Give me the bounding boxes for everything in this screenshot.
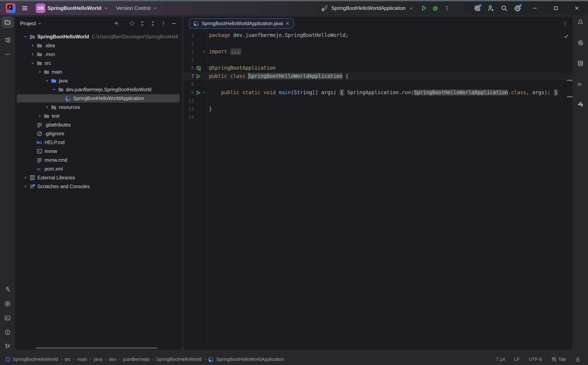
tool-problems-button[interactable] <box>2 326 14 338</box>
code-area[interactable]: 1package dev.juanfbermejo.SpringBootHell… <box>183 30 573 350</box>
tree-item-springboothelloworldapplication[interactable]: SpringBootHelloWorldApplication <box>15 94 182 103</box>
ai-assistant-icon[interactable] <box>474 5 481 12</box>
panel-options-icon[interactable] <box>160 21 166 26</box>
tree-item-mvnw[interactable]: mvnw <box>15 147 182 156</box>
run-configuration[interactable]: SpringBootHelloWorldApplication <box>331 5 406 11</box>
tool-notifications-button[interactable] <box>574 16 586 28</box>
run-line-icon[interactable] <box>196 90 201 95</box>
encoding-widget[interactable]: UTF-8 <box>529 357 542 362</box>
code-line-12[interactable]: 12 <box>183 97 573 105</box>
caret-position-widget[interactable]: 7:14 <box>496 357 505 362</box>
hide-panel-icon[interactable] <box>171 21 177 26</box>
tool-ai-assistant-button[interactable] <box>574 37 586 49</box>
window-minimize-button[interactable] <box>528 1 542 15</box>
add-user-icon[interactable] <box>487 5 494 12</box>
tool-maven-button[interactable]: m <box>574 78 586 90</box>
chevron-down-icon[interactable] <box>29 61 36 66</box>
chevron-right-icon[interactable] <box>22 184 29 189</box>
breadcrumb-item[interactable]: dev <box>109 357 116 362</box>
chevron-down-icon[interactable] <box>22 34 29 39</box>
tree-item-src[interactable]: src <box>15 59 182 68</box>
run-button[interactable] <box>421 5 427 12</box>
debug-button[interactable] <box>432 5 439 12</box>
chevron-down-icon[interactable] <box>38 21 42 26</box>
tree-item-springboothelloworld[interactable]: SpringBootHelloWorldC:\Users\jfber\Devel… <box>15 32 182 41</box>
inspections-ok-icon[interactable] <box>563 33 569 39</box>
tool-terminal-button[interactable] <box>2 312 14 324</box>
window-maximize-button[interactable] <box>549 1 563 15</box>
breadcrumb-item[interactable]: main <box>77 357 87 362</box>
window-close-button[interactable] <box>570 1 584 15</box>
vcs-widget[interactable]: Version Control <box>114 3 160 13</box>
breadcrumb-item[interactable]: SpringBootHelloWorldApplication <box>208 356 284 362</box>
project-panel-title[interactable]: Project <box>20 21 36 26</box>
breadcrumb-item[interactable]: SpringBootHelloWorld <box>156 357 202 362</box>
tree-item-scratches-and-consoles[interactable]: Scratches and Consoles <box>15 182 182 191</box>
chevron-down-icon[interactable] <box>44 78 51 83</box>
breadcrumb-item[interactable]: java <box>94 357 102 362</box>
select-opened-file-icon[interactable] <box>129 21 135 26</box>
chevron-down-icon[interactable] <box>36 70 44 74</box>
chevron-right-icon[interactable] <box>36 113 44 119</box>
unlock-icon[interactable] <box>575 357 581 362</box>
add-icon[interactable] <box>114 21 119 26</box>
tool-services-button[interactable] <box>2 298 14 310</box>
tree-item--idea[interactable]: .idea <box>15 41 182 50</box>
code-line-14[interactable]: 14 <box>183 113 573 121</box>
tree-item-pom-xml[interactable]: mpom.xml <box>15 164 182 173</box>
code-line-9[interactable]: 9 public static void main(String[] args)… <box>183 89 573 97</box>
tree-item-main[interactable]: main <box>15 68 182 76</box>
chevron-right-icon[interactable] <box>44 105 51 110</box>
tool-structure-button[interactable] <box>2 34 14 46</box>
breadcrumb-item[interactable]: juanfbermejo <box>123 357 150 362</box>
fold-chevron-icon[interactable] <box>202 49 206 54</box>
project-widget[interactable]: SB SpringBootHelloWorld <box>33 1 111 15</box>
settings-gear-icon[interactable] <box>514 5 521 12</box>
breadcrumb-item[interactable]: src <box>65 357 71 362</box>
code-line-13[interactable]: 13} <box>183 105 573 113</box>
code-line-7[interactable]: 7public class SpringBootHelloWorldApplic… <box>183 72 573 80</box>
horizontal-scrollbar[interactable] <box>36 347 158 349</box>
editor-options-icon[interactable] <box>562 21 568 26</box>
code-line-6[interactable]: 6@SpringBootApplication <box>183 64 573 72</box>
tool-dependencies-button[interactable] <box>574 98 586 110</box>
expand-all-icon[interactable] <box>139 21 145 26</box>
chevron-down-icon[interactable] <box>409 6 414 10</box>
tool-database-button[interactable] <box>574 57 586 69</box>
more-actions-icon[interactable] <box>444 6 450 11</box>
search-icon[interactable] <box>501 5 508 12</box>
run-line-icon[interactable] <box>196 74 201 79</box>
fold-chevron-icon[interactable] <box>202 91 206 95</box>
main-menu-icon[interactable] <box>22 5 28 12</box>
tree-item-help-md[interactable]: MHELP.md <box>15 138 182 147</box>
tree-item-resources[interactable]: resources <box>15 103 182 112</box>
code-line-2[interactable]: 2 <box>183 39 573 48</box>
code-line-3[interactable]: 3import ... <box>183 48 573 56</box>
tree-item-external-libraries[interactable]: External Libraries <box>15 173 182 182</box>
tool-git-button[interactable] <box>2 341 14 352</box>
tree-item--gitignore[interactable]: .gitignore <box>15 129 182 138</box>
tool-build-button[interactable] <box>2 284 14 295</box>
chevron-down-icon[interactable] <box>51 87 58 92</box>
breadcrumb-item[interactable]: SpringBootHelloWorld <box>6 357 58 362</box>
chevron-right-icon[interactable] <box>22 175 29 180</box>
tree-item--gitattributes[interactable]: .gitattributes <box>15 120 182 129</box>
tool-project-button[interactable] <box>2 16 14 28</box>
spring-bean-icon[interactable] <box>196 65 201 71</box>
tab-close-icon[interactable]: ✕ <box>285 21 290 26</box>
chevron-right-icon[interactable] <box>29 52 36 57</box>
collapse-all-icon[interactable] <box>150 21 156 26</box>
line-separator-widget[interactable]: LF <box>514 357 520 362</box>
code-line-5[interactable]: 5 <box>183 56 573 64</box>
tree-item-test[interactable]: test <box>15 112 182 120</box>
editor-tab-active[interactable]: SpringBootHelloWorldApplication.java ✕ <box>189 18 294 29</box>
code-line-8[interactable]: 8 <box>183 80 573 89</box>
indent-widget[interactable]: Tab <box>551 357 566 362</box>
tool-more-button[interactable] <box>2 49 14 60</box>
code-line-1[interactable]: 1package dev.juanfbermejo.SpringBootHell… <box>183 31 573 39</box>
tree-item-dev-juanfbermejo-springboothelloworld[interactable]: dev.juanfbermejo.SpringBootHelloWorld <box>15 85 182 94</box>
tree-item-mvnw-cmd[interactable]: mvnw.cmd <box>15 156 182 164</box>
tree-item--mvn[interactable]: .mvn <box>15 50 182 59</box>
chevron-right-icon[interactable] <box>29 43 36 48</box>
tree-item-java[interactable]: java <box>15 76 182 85</box>
